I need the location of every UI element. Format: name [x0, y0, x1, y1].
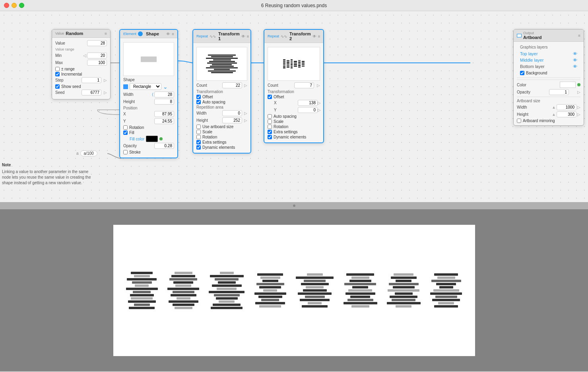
plusminus-label: ± range	[61, 67, 75, 71]
plusminus-checkbox[interactable]	[55, 67, 60, 71]
t1-extra-settings-label: Extra settings	[202, 140, 227, 144]
opacity-input-shape[interactable]	[154, 143, 174, 149]
min-connector: ◁	[83, 53, 86, 58]
bottom-layer-item[interactable]: Bottom layer 👁	[520, 63, 577, 70]
shape-dropdown-icon[interactable]: ⌄	[163, 84, 168, 90]
min-input[interactable]	[87, 53, 107, 58]
t2-scale-checkbox[interactable]	[268, 119, 272, 124]
t1-eye-icon[interactable]: 👁	[241, 34, 245, 39]
show-seed-checkbox[interactable]	[55, 84, 60, 89]
middle-layer-eye[interactable]: 👁	[573, 58, 577, 62]
middle-layer-item[interactable]: Middle layer 👁	[520, 57, 577, 63]
y-input-shape[interactable]	[154, 118, 174, 124]
shape-eye-icon[interactable]: 👁	[166, 32, 170, 36]
titlebar-buttons[interactable]	[4, 3, 24, 8]
artboard-height-stepper-up[interactable]: ▲	[552, 112, 556, 117]
t1-dynamic-elements-label: Dynamic elements	[202, 145, 235, 150]
fill-checkbox[interactable]	[123, 130, 128, 135]
bar-group-6	[343, 273, 377, 308]
stroke-checkbox[interactable]	[123, 150, 128, 154]
artboard-color-swatch[interactable]	[560, 82, 576, 88]
t1-dynamic-elements-checkbox[interactable]	[196, 145, 201, 150]
t2-offset-checkbox[interactable]	[268, 95, 272, 99]
t2-y-right: ▷	[318, 108, 321, 112]
artboard-icon	[517, 34, 522, 37]
transform2-node: Repeat ∿∿ Transform 2 👁 ≡	[264, 29, 324, 143]
incremental-checkbox[interactable]	[55, 72, 60, 76]
close-button[interactable]	[4, 3, 9, 8]
t2-rotation-checkbox[interactable]	[268, 125, 272, 129]
t1-count-label: Count	[196, 83, 220, 88]
t2-count-input[interactable]	[294, 82, 314, 88]
position-label: Position	[123, 106, 174, 110]
max-input[interactable]	[87, 60, 107, 66]
note-title: Note	[2, 162, 97, 168]
opacity-input-artboard[interactable]	[549, 89, 569, 95]
value-range-label: Value range	[55, 47, 107, 51]
fill-green-dot	[159, 137, 163, 140]
alpha-link-area: a a/100	[76, 150, 97, 156]
preview-area	[0, 209, 588, 371]
shape-rect	[141, 56, 157, 62]
t1-count-input[interactable]	[222, 82, 242, 88]
background-label: Background	[526, 71, 547, 75]
top-layer-item[interactable]: Top layer 👁	[520, 51, 577, 57]
maximize-button[interactable]	[19, 3, 24, 8]
height-input-shape[interactable]	[154, 99, 174, 105]
artboard-mirroring-label: Artboard mirroring	[523, 119, 555, 123]
bottom-layer-eye[interactable]: 👁	[573, 64, 577, 69]
t1-offset-checkbox[interactable]	[196, 95, 201, 99]
t1-width-input[interactable]	[222, 110, 242, 116]
value-input[interactable]	[87, 40, 107, 46]
middle-layer-label: Middle layer	[520, 58, 543, 62]
bar-group-3	[209, 272, 245, 309]
t2-menu-icon[interactable]: ≡	[318, 34, 320, 39]
value-node-menu-icon[interactable]: ≡	[105, 31, 107, 36]
t1-use-artboard-checkbox[interactable]	[196, 125, 201, 129]
t2-x-input[interactable]	[298, 100, 318, 106]
t2-rotation-label: Rotation	[274, 125, 288, 129]
t2-auto-spacing-checkbox[interactable]	[268, 114, 272, 119]
t1-extra-settings-checkbox[interactable]	[196, 140, 201, 144]
t2-extra-settings-checkbox[interactable]	[268, 130, 272, 134]
t1-rotation-checkbox[interactable]	[196, 135, 201, 139]
t2-dynamic-elements-checkbox[interactable]	[268, 135, 272, 139]
artboard-width-stepper-up[interactable]: ▲	[552, 105, 556, 109]
width-input[interactable]	[154, 92, 174, 97]
shape-select[interactable]: Rectangle	[130, 83, 161, 90]
t1-height-input[interactable]	[222, 117, 242, 123]
t2-y-input[interactable]	[298, 107, 318, 113]
transform2-name: Transform 2	[289, 31, 311, 41]
transform1-name: Transform 1	[218, 31, 240, 41]
minimize-button[interactable]	[12, 3, 17, 8]
step-connector-right: ▷	[104, 78, 107, 82]
seed-input[interactable]	[82, 90, 101, 95]
alpha-pill[interactable]: a/100	[80, 150, 97, 156]
shape-node-body: Shape Rectangle ⌄ Width ⟨ Height Pos	[120, 38, 177, 158]
fill-color-swatch[interactable]	[146, 136, 158, 142]
t1-scale-checkbox[interactable]	[196, 130, 201, 134]
x-input-shape[interactable]	[154, 111, 174, 117]
t1-height-label: Height	[196, 118, 220, 123]
artboard-name: Artboard	[523, 35, 541, 40]
background-checkbox[interactable]	[520, 71, 524, 75]
t2-eye-icon[interactable]: 👁	[312, 34, 316, 39]
step-input[interactable]	[82, 77, 101, 83]
seed-connector-right: ▷	[104, 90, 107, 95]
fill-label: Fill	[129, 130, 134, 135]
t2-x-label: X	[274, 101, 298, 105]
rotation-checkbox-shape[interactable]	[123, 125, 128, 130]
artboard-height-input[interactable]	[557, 111, 576, 117]
artboard-width-input[interactable]	[557, 104, 576, 110]
note-box: Note Linking a value to another paramete…	[2, 162, 97, 186]
min-label: Min	[55, 53, 79, 58]
shape-menu-icon[interactable]: ≡	[172, 32, 174, 36]
graphics-layers-title: Graphics layers	[520, 45, 577, 49]
artboard-mirroring-checkbox[interactable]	[517, 119, 521, 123]
t1-menu-icon[interactable]: ≡	[247, 34, 249, 39]
width-label: Width	[123, 92, 147, 97]
transform1-header: Repeat ∿∿ Transform 1 👁 ≡	[193, 30, 250, 43]
artboard-menu-icon[interactable]: ≡	[578, 33, 580, 38]
t1-auto-spacing-checkbox[interactable]	[196, 100, 201, 104]
top-layer-eye[interactable]: 👁	[573, 51, 577, 56]
